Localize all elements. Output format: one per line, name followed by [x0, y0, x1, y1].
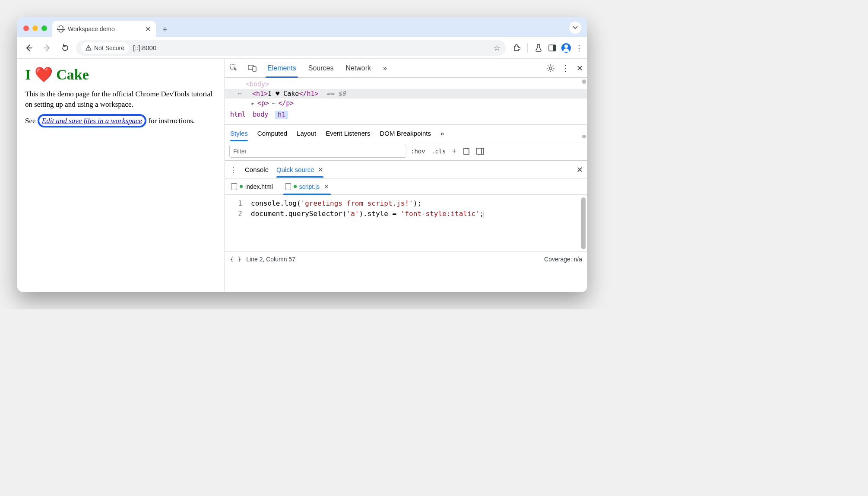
tabs-dropdown-button[interactable]: [569, 22, 581, 34]
pretty-print-icon[interactable]: { }: [230, 256, 241, 263]
more-tabs-icon[interactable]: »: [440, 130, 444, 137]
chrome-menu-icon[interactable]: ⋮: [575, 43, 583, 53]
browser-tab[interactable]: Workspace demo ✕: [52, 21, 156, 37]
globe-icon: [57, 25, 64, 32]
expand-triangle-icon[interactable]: ▸: [251, 99, 255, 107]
svg-rect-6: [253, 67, 256, 71]
tab-title: Workspace demo: [68, 25, 115, 32]
more-tabs-icon[interactable]: »: [381, 59, 389, 77]
tab-strip: Workspace demo ✕ ＋: [17, 17, 587, 37]
maximize-window-button[interactable]: [41, 25, 47, 31]
scrollbar[interactable]: [582, 79, 586, 84]
file-icon: [231, 183, 237, 190]
styles-filter-input[interactable]: [229, 145, 406, 158]
link-highlight: Edit and save files in a workspace: [38, 114, 146, 128]
security-chip[interactable]: Not Secure: [81, 42, 129, 54]
line-number: 1: [225, 198, 242, 209]
browser-window: Workspace demo ✕ ＋ Not Secure [::]:8000 …: [17, 17, 587, 292]
new-rule-button[interactable]: +: [452, 147, 456, 156]
address-bar[interactable]: Not Secure [::]:8000 ☆: [76, 40, 506, 56]
eq-zero: == $0: [326, 90, 346, 98]
svg-rect-3: [553, 45, 556, 51]
file-name: index.html: [245, 183, 273, 190]
dom-tree[interactable]: <body> ⋯ <h1>I ♥ Cake</h1> == $0 ▸ <p>⋯<…: [225, 78, 587, 125]
elements-tab[interactable]: Elements: [266, 59, 298, 77]
text-suffix: for instructions.: [146, 117, 195, 125]
profile-avatar-icon[interactable]: [561, 43, 571, 53]
computed-styles-icon[interactable]: [463, 148, 470, 155]
tag-close: </h1>: [299, 90, 318, 98]
devtools-menu-icon[interactable]: ⋮: [562, 64, 570, 73]
extensions-icon[interactable]: [512, 43, 521, 53]
inspect-icon[interactable]: [229, 64, 239, 72]
cls-toggle[interactable]: .cls: [431, 148, 446, 155]
forward-button[interactable]: [40, 41, 54, 55]
layout-tab[interactable]: Layout: [297, 130, 316, 137]
scrollbar[interactable]: [581, 197, 586, 249]
new-tab-button[interactable]: ＋: [158, 22, 171, 35]
console-tab[interactable]: Console: [245, 166, 269, 173]
hov-toggle[interactable]: :hov: [411, 148, 425, 155]
close-drawer-icon[interactable]: ✕: [577, 165, 583, 175]
computed-tab[interactable]: Computed: [257, 130, 287, 137]
styles-toolbar: :hov .cls +: [225, 142, 587, 161]
dom-row[interactable]: <body>: [225, 79, 587, 89]
cursor-position: Line 2, Column 57: [246, 256, 295, 263]
reload-button[interactable]: [58, 41, 73, 55]
devtools-panel: Elements Sources Network » ⋮ ✕ <body> ⋯ …: [225, 59, 587, 292]
breadcrumb-item[interactable]: body: [253, 111, 268, 119]
event-listeners-tab[interactable]: Event Listeners: [326, 130, 370, 137]
workspace-tutorial-link[interactable]: Edit and save files in a workspace: [42, 117, 142, 125]
code-line: console.log('greetings from script.js!')…: [251, 198, 484, 209]
devtools-drawer: ⋮ Console Quick source ✕ ✕ index.html sc…: [225, 161, 587, 267]
svg-point-7: [549, 67, 552, 70]
svg-point-1: [88, 49, 89, 50]
file-icon: [285, 183, 291, 190]
close-tab-icon[interactable]: ✕: [145, 25, 151, 33]
arrow-left-icon: [25, 44, 33, 52]
bookmark-star-icon[interactable]: ☆: [494, 43, 501, 53]
devtools-tabs: Elements Sources Network » ⋮ ✕: [225, 59, 587, 78]
dom-row[interactable]: ▸ <p>⋯</p>: [225, 99, 587, 108]
line-number: 2: [225, 209, 242, 219]
url-text: [::]:8000: [133, 44, 156, 51]
drawer-menu-icon[interactable]: ⋮: [229, 165, 237, 175]
dom-row-selected[interactable]: ⋯ <h1>I ♥ Cake</h1> == $0: [225, 89, 587, 99]
security-label: Not Secure: [94, 45, 124, 51]
labs-icon[interactable]: [534, 43, 543, 53]
close-file-icon[interactable]: ✕: [324, 183, 329, 190]
code-content[interactable]: console.log('greetings from script.js!')…: [247, 195, 488, 251]
ellipsis-icon[interactable]: ⋯: [238, 90, 242, 98]
styles-tab[interactable]: Styles: [230, 130, 248, 137]
file-tabs: index.html script.js ✕: [225, 178, 587, 195]
tag-open: <h1>: [252, 90, 268, 98]
breadcrumb-item[interactable]: html: [230, 111, 246, 119]
back-button[interactable]: [22, 41, 36, 55]
vertical-divider: [527, 43, 528, 53]
file-tab-index[interactable]: index.html: [229, 178, 275, 194]
reload-icon: [61, 44, 69, 52]
drawer-tabs: ⋮ Console Quick source ✕ ✕: [225, 161, 587, 178]
sources-tab[interactable]: Sources: [307, 59, 336, 77]
settings-gear-icon[interactable]: [546, 64, 555, 73]
code-editor[interactable]: 1 2 console.log('greetings from script.j…: [225, 195, 587, 251]
page-intro: This is the demo page for the official C…: [25, 89, 217, 110]
page-instructions: See Edit and save files in a workspace f…: [25, 114, 217, 128]
close-icon[interactable]: ✕: [318, 166, 323, 173]
quick-source-tab[interactable]: Quick source ✕: [276, 166, 323, 174]
device-toggle-icon[interactable]: [247, 65, 257, 72]
sidepanel-icon[interactable]: [548, 43, 557, 53]
minimize-window-button[interactable]: [32, 25, 38, 31]
close-window-button[interactable]: [23, 25, 29, 31]
file-name: script.js: [299, 183, 320, 190]
dom-breakpoints-tab[interactable]: DOM Breakpoints: [380, 130, 431, 137]
file-tab-script[interactable]: script.js ✕: [283, 178, 331, 194]
scrollbar[interactable]: [582, 135, 586, 138]
toggle-sidebar-icon[interactable]: [476, 148, 484, 155]
close-devtools-icon[interactable]: ✕: [577, 64, 583, 73]
network-tab[interactable]: Network: [344, 59, 373, 77]
coverage-status: Coverage: n/a: [544, 256, 582, 263]
breadcrumb-item-selected[interactable]: h1: [275, 111, 288, 119]
modified-dot-icon: [294, 185, 297, 188]
page-viewport: I ❤️ Cake This is the demo page for the …: [17, 59, 225, 292]
